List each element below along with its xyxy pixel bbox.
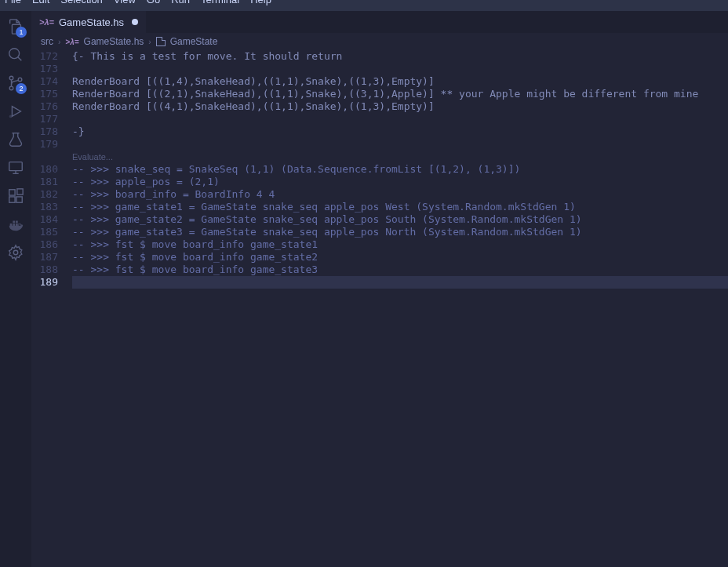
code-line[interactable] bbox=[72, 138, 728, 151]
menu-help[interactable]: Help bbox=[250, 0, 271, 4]
line-number: 178 bbox=[31, 125, 58, 138]
code-line[interactable]: -- >>> fst $ move board_info game_state2 bbox=[72, 251, 728, 264]
code-line[interactable] bbox=[72, 113, 728, 125]
line-number: 179 bbox=[31, 138, 58, 151]
code-line[interactable]: RenderBoard [((2,1),SnakeHead),((1,1),Sn… bbox=[72, 88, 728, 100]
svg-rect-13 bbox=[9, 197, 15, 202]
tab-label: GameState.hs bbox=[59, 16, 124, 28]
line-number: 182 bbox=[31, 188, 58, 201]
breadcrumb-src[interactable]: src bbox=[41, 36, 53, 47]
line-number: 186 bbox=[31, 238, 58, 251]
source-control-icon[interactable]: 2 bbox=[6, 74, 25, 93]
explorer-badge: 1 bbox=[16, 27, 27, 38]
menu-selection[interactable]: Selection bbox=[60, 0, 102, 4]
code-line[interactable]: RenderBoard [((1,4),SnakeHead),((1,1),Sn… bbox=[72, 75, 728, 88]
code-line[interactable] bbox=[72, 276, 728, 289]
menu-edit[interactable]: Edit bbox=[32, 0, 49, 4]
explorer-icon[interactable]: 1 bbox=[6, 17, 25, 36]
remote-icon[interactable] bbox=[6, 158, 25, 177]
haskell-icon: >λ= bbox=[39, 17, 54, 27]
haskell-icon: >λ= bbox=[65, 38, 78, 46]
svg-point-16 bbox=[13, 250, 18, 255]
search-icon[interactable] bbox=[6, 45, 25, 64]
svg-point-3 bbox=[9, 76, 13, 80]
line-number: 176 bbox=[31, 100, 58, 113]
main-area: 1 2 >λ= GameState. bbox=[0, 11, 728, 567]
menu-view[interactable]: View bbox=[114, 0, 136, 4]
chevron-right-icon: › bbox=[148, 38, 151, 46]
line-number: 185 bbox=[31, 226, 58, 238]
menubar: File Edit Selection View Go Run Terminal… bbox=[0, 0, 728, 11]
svg-rect-9 bbox=[9, 162, 23, 171]
code-line[interactable]: -- >>> snake_seq = SnakeSeq (1,1) (Data.… bbox=[72, 163, 728, 176]
svg-point-1 bbox=[9, 49, 20, 59]
editor-tabs: >λ= GameState.hs bbox=[31, 11, 728, 33]
line-number: 173 bbox=[31, 63, 58, 75]
svg-rect-12 bbox=[9, 190, 15, 195]
code-line[interactable]: -- >>> board_info = BoardInfo 4 4 bbox=[72, 188, 728, 201]
line-number: 175 bbox=[31, 88, 58, 100]
breadcrumb-file[interactable]: GameState.hs bbox=[84, 36, 144, 47]
line-number: 187 bbox=[31, 251, 58, 264]
line-number: 180 bbox=[31, 163, 58, 176]
code-line[interactable]: RenderBoard [((4,1),SnakeHead),((1,1),Sn… bbox=[72, 100, 728, 113]
scm-badge: 2 bbox=[16, 83, 27, 94]
editor-area: >λ= GameState.hs src › >λ= GameState.hs … bbox=[31, 11, 728, 567]
symbol-file-icon bbox=[156, 37, 166, 46]
svg-line-2 bbox=[18, 57, 22, 61]
line-number-blank bbox=[31, 151, 58, 163]
line-number: 188 bbox=[31, 264, 58, 276]
docker-icon[interactable] bbox=[6, 215, 25, 234]
debug-icon[interactable] bbox=[6, 102, 25, 121]
breadcrumb-symbol[interactable]: GameState bbox=[170, 36, 218, 47]
code-line[interactable]: -- >>> apple_pos = (2,1) bbox=[72, 176, 728, 188]
svg-marker-6 bbox=[12, 107, 20, 117]
code-line[interactable]: {- This is a test for move. It should re… bbox=[72, 50, 728, 63]
chevron-right-icon: › bbox=[58, 38, 60, 46]
line-number: 189 bbox=[31, 276, 58, 289]
svg-point-5 bbox=[18, 78, 22, 82]
line-number: 181 bbox=[31, 176, 58, 188]
code-editor[interactable]: 1721731741751761771781791801811821831841… bbox=[31, 50, 728, 567]
line-number: 177 bbox=[31, 113, 58, 125]
svg-rect-15 bbox=[17, 189, 23, 194]
line-number: 174 bbox=[31, 75, 58, 88]
code-line[interactable]: -- >>> fst $ move board_info game_state1 bbox=[72, 238, 728, 251]
code-line[interactable]: -- >>> fst $ move board_info game_state3 bbox=[72, 264, 728, 276]
code-lines[interactable]: {- This is a test for move. It should re… bbox=[72, 50, 728, 567]
code-line[interactable]: -} bbox=[72, 125, 728, 138]
menu-terminal[interactable]: Terminal bbox=[201, 0, 239, 4]
svg-rect-14 bbox=[16, 197, 22, 202]
line-number: 172 bbox=[31, 50, 58, 63]
codelens-evaluate[interactable]: Evaluate... bbox=[72, 151, 728, 163]
line-number: 183 bbox=[31, 201, 58, 213]
menu-file[interactable]: File bbox=[5, 0, 21, 4]
svg-point-4 bbox=[9, 86, 13, 90]
extensions-icon[interactable] bbox=[6, 187, 25, 205]
code-line[interactable]: -- >>> game_state2 = GameState snake_seq… bbox=[72, 213, 728, 226]
tab-gamestate[interactable]: >λ= GameState.hs bbox=[31, 11, 146, 33]
line-number-gutter: 1721731741751761771781791801811821831841… bbox=[31, 50, 72, 567]
activitybar: 1 2 bbox=[0, 11, 31, 567]
settings-gear-icon[interactable] bbox=[6, 243, 25, 262]
line-number: 184 bbox=[31, 213, 58, 226]
code-line[interactable]: -- >>> game_state1 = GameState snake_seq… bbox=[72, 201, 728, 213]
menu-run[interactable]: Run bbox=[171, 0, 190, 4]
dirty-indicator-icon bbox=[132, 19, 138, 25]
code-line[interactable] bbox=[72, 63, 728, 75]
breadcrumbs[interactable]: src › >λ= GameState.hs › GameState bbox=[31, 33, 728, 50]
testing-icon[interactable] bbox=[6, 130, 25, 149]
menu-go[interactable]: Go bbox=[147, 0, 160, 4]
svg-point-7 bbox=[9, 115, 13, 118]
code-line[interactable]: -- >>> game_state3 = GameState snake_seq… bbox=[72, 226, 728, 238]
